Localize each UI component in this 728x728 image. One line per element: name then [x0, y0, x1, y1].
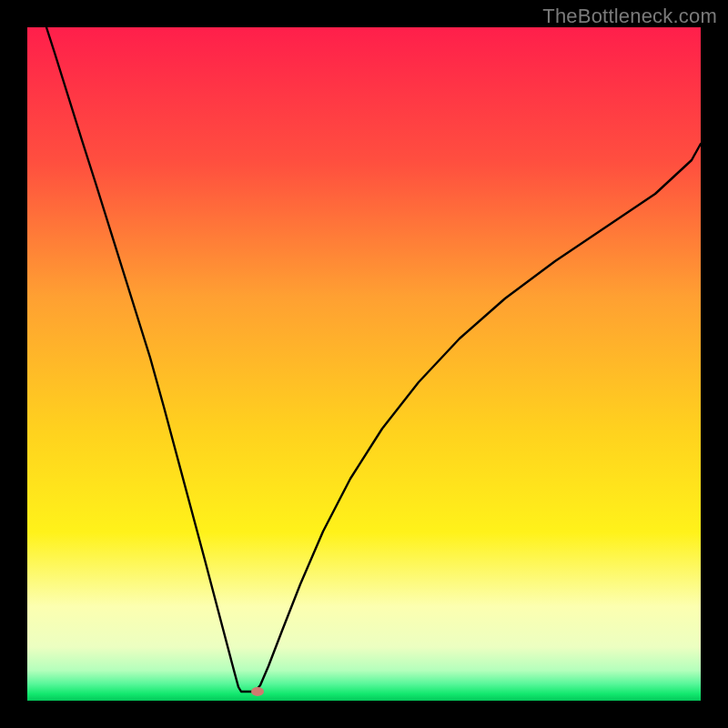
optimum-marker	[251, 687, 264, 696]
chart-svg	[0, 0, 728, 728]
gradient-background	[27, 27, 701, 701]
chart-stage: TheBottleneck.com	[0, 0, 728, 728]
watermark-text: TheBottleneck.com	[542, 5, 717, 28]
